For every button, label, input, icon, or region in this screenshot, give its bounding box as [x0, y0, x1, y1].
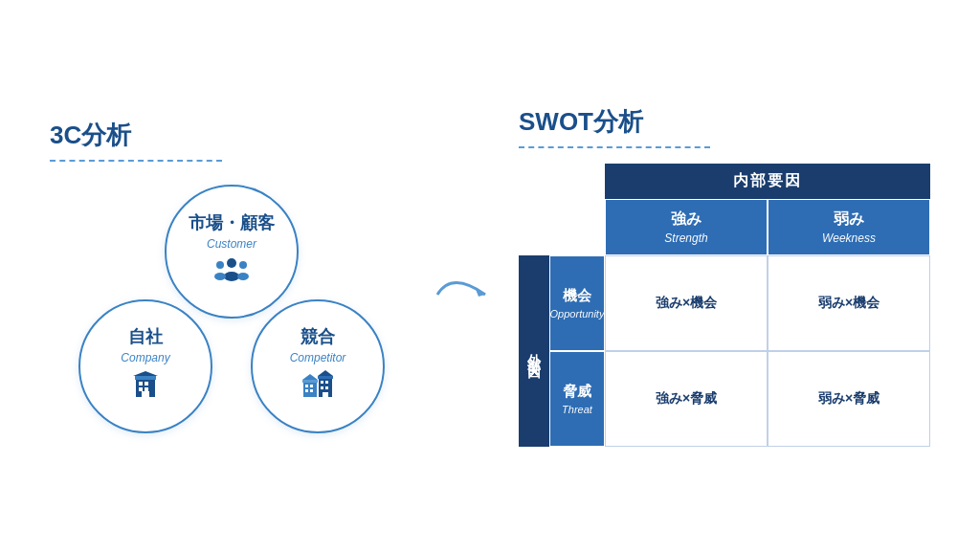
row-label-opportunity: 機会 Opportunity: [549, 255, 605, 351]
customer-label: 市場・顧客: [189, 212, 275, 234]
strength-label: 強み: [611, 209, 762, 230]
svg-rect-21: [325, 381, 328, 384]
svg-point-4: [239, 261, 247, 269]
company-label: 自社: [128, 326, 163, 348]
competitor-label: 競合: [301, 326, 335, 348]
svg-marker-28: [318, 370, 333, 376]
svg-rect-18: [305, 389, 308, 392]
svg-rect-16: [305, 385, 308, 387]
external-label: 外部要因: [519, 255, 549, 447]
svg-rect-23: [325, 386, 328, 389]
swot-section: SWOT分析 内部要因 強み Strength 弱み Weekness: [519, 105, 930, 447]
competitor-sublabel: Competitor: [290, 351, 346, 364]
circle-customer: 市場・顧客 Customer: [165, 185, 299, 319]
main-container: 3C分析 市場・顧客 Customer: [31, 27, 949, 524]
circle-company: 自社 Company: [78, 299, 212, 433]
weakness-label: 弱み: [773, 209, 924, 230]
3c-section: 3C分析 市場・顧客 Customer: [50, 119, 413, 433]
col-header-strength: 強み Strength: [605, 199, 768, 255]
svg-point-3: [214, 273, 226, 280]
svg-rect-10: [145, 387, 148, 391]
matrix-row-0: 強み×機会 弱み×機会: [605, 255, 930, 351]
svg-rect-11: [142, 391, 149, 397]
external-col: 外部要因: [519, 255, 549, 447]
internal-header: 内部要因: [605, 164, 930, 199]
svg-rect-20: [321, 381, 323, 384]
svg-point-2: [216, 261, 224, 269]
swot-body: 外部要因 機会 Opportunity 脅威 Threat 強: [519, 255, 930, 447]
strength-sublabel: Strength: [611, 231, 762, 245]
row-labels: 機会 Opportunity 脅威 Threat: [549, 255, 605, 447]
arrow-section: [428, 266, 504, 323]
swot-col-headers: 強み Strength 弱み Weekness: [605, 199, 930, 255]
svg-point-5: [237, 273, 249, 280]
cell-strength-threat: 強み×脅威: [605, 351, 768, 447]
people-icon: [214, 256, 249, 290]
circles-area: 市場・顧客 Customer 自社 Company: [78, 185, 385, 433]
svg-rect-17: [310, 385, 313, 387]
customer-sublabel: Customer: [207, 237, 256, 251]
swot-matrix: 内部要因 強み Strength 弱み Weekness 外部要因: [519, 164, 930, 447]
row-label-threat: 脅威 Threat: [549, 351, 605, 447]
svg-rect-22: [321, 386, 323, 389]
svg-point-1: [224, 272, 239, 281]
company-sublabel: Company: [121, 351, 169, 364]
col-header-weakness: 弱み Weekness: [768, 199, 930, 255]
svg-marker-26: [302, 374, 318, 380]
swot-top-row: 内部要因: [605, 164, 930, 199]
matrix-row-1: 強み×脅威 弱み×脅威: [605, 351, 930, 447]
svg-marker-13: [133, 371, 158, 376]
cell-strength-opportunity: 強み×機会: [605, 255, 768, 351]
3c-divider: [50, 160, 222, 162]
threat-label: 脅威: [563, 383, 591, 401]
swot-title: SWOT分析: [519, 105, 930, 139]
3c-title: 3C分析: [50, 119, 413, 152]
swot-divider: [519, 146, 710, 148]
svg-rect-7: [139, 382, 143, 386]
svg-rect-12: [135, 376, 156, 380]
circle-competitor: 競合 Competitor: [251, 299, 385, 433]
svg-point-0: [227, 258, 236, 268]
svg-rect-24: [323, 392, 328, 397]
city-icon: [301, 370, 334, 406]
weakness-sublabel: Weekness: [773, 231, 924, 245]
building-icon: [131, 370, 160, 406]
svg-rect-27: [318, 376, 333, 379]
threat-sublabel: Threat: [562, 404, 592, 415]
opportunity-sublabel: Opportunity: [550, 308, 605, 320]
svg-rect-19: [310, 389, 313, 392]
opportunity-label: 機会: [563, 287, 591, 305]
svg-rect-9: [139, 387, 143, 391]
matrix-cells: 強み×機会 弱み×機会 強み×脅威 弱み×脅威: [605, 255, 930, 447]
cell-weakness-threat: 弱み×脅威: [768, 351, 930, 447]
svg-rect-8: [145, 382, 148, 386]
arrow-icon: [433, 266, 500, 323]
cell-weakness-opportunity: 弱み×機会: [768, 255, 930, 351]
svg-rect-25: [302, 380, 318, 383]
